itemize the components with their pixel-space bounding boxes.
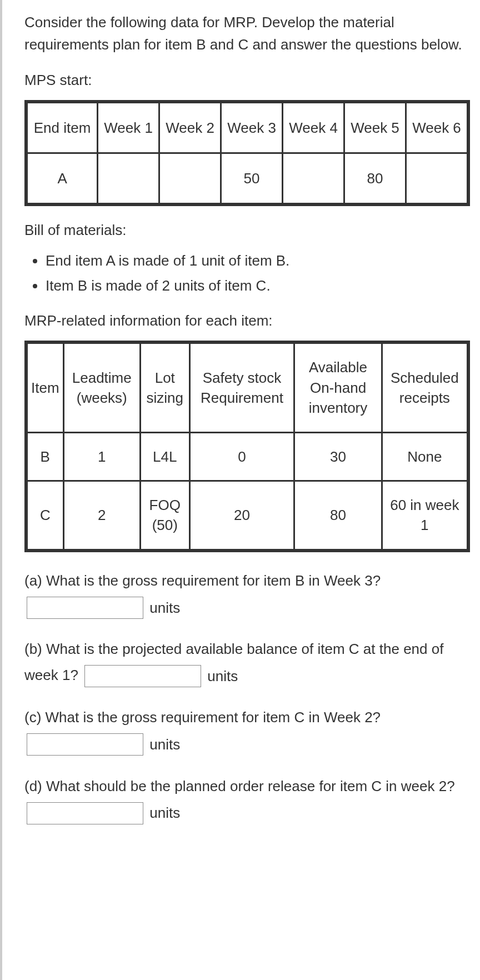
mps-header-week5: Week 5 [345, 103, 405, 152]
question-b: (b) What is the projected available bala… [24, 636, 470, 689]
units-label: units [149, 736, 180, 753]
mrp-header-receipts: Scheduled receipts [383, 344, 467, 431]
mrp-cell: 60 in week 1 [383, 482, 467, 549]
mrp-header-item: Item [28, 344, 63, 431]
mrp-header-lotsizing: Lot sizing [141, 344, 189, 431]
mrp-cell: 20 [191, 482, 294, 549]
mrp-cell: B [28, 433, 63, 480]
mps-cell [283, 154, 343, 203]
units-label: units [149, 804, 180, 821]
mps-cell [407, 154, 467, 203]
mrp-cell: L4L [141, 433, 189, 480]
bom-item: Item B is made of 2 units of item C. [46, 275, 470, 297]
mrp-cell: 1 [64, 433, 139, 480]
question-d: (d) What should be the planned order rel… [24, 773, 470, 826]
question-c-text: (c) What is the gross requirement for it… [24, 709, 381, 726]
mps-cell: 50 [222, 154, 282, 203]
mrp-header-safety: Safety stock Requirement [191, 344, 294, 431]
mps-header-week4: Week 4 [283, 103, 343, 152]
mps-header-week2: Week 2 [160, 103, 220, 152]
mps-table: End item Week 1 Week 2 Week 3 Week 4 Wee… [24, 100, 470, 207]
answer-b-input[interactable] [84, 665, 201, 687]
intro-text: Consider the following data for MRP. Dev… [24, 11, 470, 56]
mps-row-item: A [28, 154, 97, 203]
mrp-cell: 80 [295, 482, 381, 549]
mrp-cell: 30 [295, 433, 381, 480]
mrp-cell: None [383, 433, 467, 480]
mps-label: MPS start: [24, 72, 470, 89]
mrp-cell: FOQ (50) [141, 482, 189, 549]
mps-header-week6: Week 6 [407, 103, 467, 152]
answer-a-input[interactable] [27, 597, 143, 619]
mrp-header-leadtime: Leadtime (weeks) [64, 344, 139, 431]
answer-d-input[interactable] [27, 802, 143, 824]
mrp-table: Item Leadtime (weeks) Lot sizing Safety … [24, 341, 470, 552]
question-c: (c) What is the gross requirement for it… [24, 704, 470, 757]
question-a-text: (a) What is the gross requirement for it… [24, 572, 381, 589]
mps-header-item: End item [28, 103, 97, 152]
mrp-cell: 2 [64, 482, 139, 549]
mps-header-week1: Week 1 [98, 103, 158, 152]
bom-item: End item A is made of 1 unit of item B. [46, 250, 470, 272]
mps-cell [160, 154, 220, 203]
mrp-header-onhand: Available On-hand inventory [295, 344, 381, 431]
bom-list: End item A is made of 1 unit of item B. … [24, 250, 470, 297]
units-label: units [207, 668, 238, 684]
mrp-cell: C [28, 482, 63, 549]
bom-label: Bill of materials: [24, 222, 470, 239]
units-label: units [149, 599, 180, 616]
mps-cell [98, 154, 158, 203]
question-d-text: (d) What should be the planned order rel… [24, 778, 455, 794]
answer-c-input[interactable] [27, 733, 143, 756]
mrp-label: MRP-related information for each item: [24, 312, 470, 329]
question-a: (a) What is the gross requirement for it… [24, 568, 470, 621]
mps-header-week3: Week 3 [222, 103, 282, 152]
mps-cell: 80 [345, 154, 405, 203]
mrp-cell: 0 [191, 433, 294, 480]
